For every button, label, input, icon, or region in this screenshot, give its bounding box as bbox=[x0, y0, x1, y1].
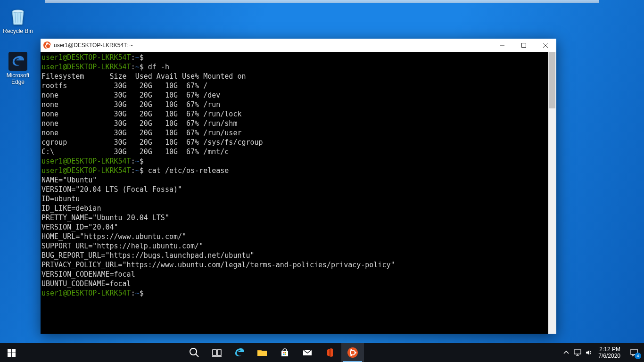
svg-point-17 bbox=[355, 352, 356, 354]
window-title: user1@DESKTOP-LKRK54T: ~ bbox=[54, 42, 133, 49]
tray-chevron-up[interactable] bbox=[561, 343, 572, 362]
minimize-button[interactable] bbox=[491, 39, 513, 52]
taskbar-search-button[interactable] bbox=[183, 343, 206, 362]
tray-volume-icon[interactable] bbox=[583, 343, 594, 362]
svg-point-0 bbox=[12, 10, 24, 13]
taskbar: 2:12 PM 7/6/2020 4 bbox=[0, 343, 644, 362]
edge-icon bbox=[8, 52, 27, 71]
svg-line-6 bbox=[196, 354, 198, 357]
close-button[interactable] bbox=[535, 39, 556, 52]
taskbar-mail-button[interactable] bbox=[296, 343, 319, 362]
maximize-button[interactable] bbox=[513, 39, 535, 52]
scrollbar-thumb[interactable] bbox=[549, 52, 555, 108]
taskbar-store-button[interactable] bbox=[273, 343, 296, 362]
svg-rect-10 bbox=[283, 352, 285, 354]
start-button[interactable] bbox=[0, 343, 23, 362]
terminal-window: user1@DESKTOP-LKRK54T: ~ user1@DESKTOP-L… bbox=[41, 39, 556, 334]
ubuntu-icon bbox=[347, 347, 358, 358]
taskbar-taskview-button[interactable] bbox=[206, 343, 228, 362]
notification-center-button[interactable]: 4 bbox=[624, 343, 644, 362]
desktop-icon-edge[interactable]: Microsoft Edge bbox=[0, 52, 36, 85]
taskbar-ubuntu-button[interactable] bbox=[341, 343, 364, 362]
taskbar-edge-button[interactable] bbox=[228, 343, 251, 362]
tray-remote-icon[interactable] bbox=[572, 343, 583, 362]
chevron-up-icon bbox=[563, 350, 569, 355]
office-icon bbox=[324, 347, 336, 358]
recycle-bin-icon bbox=[8, 6, 28, 26]
search-icon bbox=[189, 347, 200, 358]
system-tray: 2:12 PM 7/6/2020 4 bbox=[561, 343, 644, 362]
svg-point-5 bbox=[190, 348, 197, 355]
desktop-label: Microsoft Edge bbox=[0, 72, 36, 85]
windows-logo-icon bbox=[8, 349, 16, 357]
desktop-icon-recycle-bin[interactable]: Recycle Bin bbox=[0, 6, 36, 34]
taskview-icon bbox=[211, 347, 223, 358]
svg-point-19 bbox=[350, 354, 352, 356]
taskbar-office-button[interactable] bbox=[319, 343, 341, 362]
svg-rect-2 bbox=[522, 43, 526, 48]
notification-badge: 4 bbox=[635, 353, 641, 359]
taskbar-clock[interactable]: 2:12 PM 7/6/2020 bbox=[594, 346, 624, 359]
ubuntu-icon bbox=[43, 41, 51, 49]
svg-rect-8 bbox=[217, 350, 221, 355]
folder-icon bbox=[256, 347, 268, 358]
title-bar-remnant bbox=[45, 0, 599, 3]
speaker-icon bbox=[585, 349, 593, 356]
desktop-label: Recycle Bin bbox=[0, 28, 36, 34]
svg-rect-13 bbox=[285, 354, 287, 355]
svg-point-18 bbox=[350, 349, 352, 351]
terminal-content[interactable]: user1@DESKTOP-LKRK54T:~$ user1@DESKTOP-L… bbox=[41, 52, 548, 334]
svg-rect-11 bbox=[285, 352, 287, 354]
window-titlebar[interactable]: user1@DESKTOP-LKRK54T: ~ bbox=[41, 39, 556, 52]
svg-rect-7 bbox=[213, 350, 216, 355]
taskbar-explorer-button[interactable] bbox=[251, 343, 273, 362]
scrollbar[interactable] bbox=[548, 52, 556, 334]
svg-rect-20 bbox=[574, 350, 581, 354]
monitor-icon bbox=[574, 349, 581, 356]
store-icon bbox=[279, 347, 290, 358]
clock-time: 2:12 PM bbox=[598, 346, 620, 353]
mail-icon bbox=[302, 347, 313, 358]
edge-icon bbox=[234, 347, 245, 358]
clock-date: 7/6/2020 bbox=[598, 353, 620, 359]
svg-rect-12 bbox=[283, 354, 285, 355]
